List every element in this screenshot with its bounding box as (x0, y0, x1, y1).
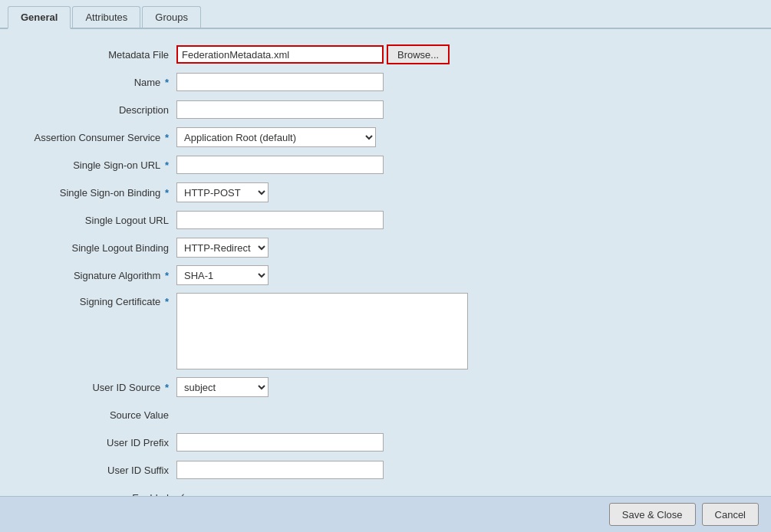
user-id-suffix-label: User ID Suffix (23, 465, 176, 476)
tab-groups[interactable]: Groups (142, 6, 201, 28)
logout-binding-label: Single Logout Binding (23, 242, 176, 254)
sig-algo-required: * (162, 270, 169, 281)
sso-binding-row: Single Sign-on Binding * HTTP-POST HTTP-… (23, 182, 748, 202)
user-id-suffix-input[interactable] (176, 461, 384, 479)
signing-cert-row: Signing Certificate * (23, 293, 748, 369)
browse-button[interactable]: Browse... (387, 44, 450, 64)
tab-general[interactable]: General (8, 6, 71, 29)
description-input[interactable] (176, 100, 384, 119)
logout-binding-select[interactable]: HTTP-Redirect HTTP-POST (176, 238, 269, 258)
name-required: * (162, 77, 169, 88)
name-input[interactable] (176, 73, 384, 91)
assertion-required: * (162, 132, 169, 143)
user-id-prefix-label: User ID Prefix (23, 437, 176, 448)
name-label: Name * (23, 77, 176, 88)
metadata-file-label: Metadata File (23, 49, 176, 61)
main-window: General Attributes Groups Metadata File … (0, 0, 771, 532)
source-value-row: Source Value (23, 405, 748, 425)
user-id-source-label: User ID Source * (23, 382, 176, 393)
form-content: Metadata File Browse... Name * Descripti… (0, 29, 771, 496)
enabled-row: Enabled ✓ (23, 488, 748, 496)
signature-algorithm-row: Signature Algorithm * SHA-1 SHA-256 SHA-… (23, 265, 748, 285)
logout-url-row: Single Logout URL (23, 210, 748, 230)
assertion-consumer-row: Assertion Consumer Service * Application… (23, 127, 748, 147)
user-id-prefix-input[interactable] (176, 433, 384, 452)
user-id-source-required: * (162, 382, 169, 393)
tab-bar: General Attributes Groups (0, 0, 771, 29)
signature-algorithm-label: Signature Algorithm * (23, 270, 176, 281)
save-close-button[interactable]: Save & Close (609, 503, 696, 526)
user-id-prefix-row: User ID Prefix (23, 432, 748, 452)
metadata-file-input[interactable] (176, 45, 384, 64)
user-id-suffix-row: User ID Suffix (23, 460, 748, 480)
name-row: Name * (23, 72, 748, 92)
sso-url-row: Single Sign-on URL * (23, 155, 748, 175)
logout-binding-row: Single Logout Binding HTTP-Redirect HTTP… (23, 238, 748, 258)
user-id-source-select[interactable]: subject attribute (176, 377, 269, 397)
footer-bar: Save & Close Cancel (0, 496, 771, 532)
sso-url-input[interactable] (176, 156, 384, 174)
logout-url-input[interactable] (176, 211, 384, 229)
signing-cert-required: * (162, 296, 169, 307)
source-value-label: Source Value (23, 409, 176, 421)
tab-attributes[interactable]: Attributes (72, 6, 140, 28)
logout-url-label: Single Logout URL (23, 215, 176, 226)
description-label: Description (23, 104, 176, 116)
metadata-file-row: Metadata File Browse... (23, 44, 748, 64)
user-id-source-row: User ID Source * subject attribute (23, 377, 748, 397)
assertion-consumer-label: Assertion Consumer Service * (23, 132, 176, 143)
enabled-checkbox[interactable]: ✓ (176, 491, 186, 496)
sso-url-label: Single Sign-on URL * (23, 159, 176, 171)
signing-cert-textarea[interactable] (176, 293, 468, 369)
sso-binding-select[interactable]: HTTP-POST HTTP-Redirect (176, 182, 269, 202)
signing-cert-label: Signing Certificate * (23, 293, 176, 307)
assertion-consumer-select[interactable]: Application Root (default) Other (176, 127, 376, 147)
sso-binding-label: Single Sign-on Binding * (23, 187, 176, 199)
sso-url-required: * (162, 159, 169, 171)
signature-algorithm-select[interactable]: SHA-1 SHA-256 SHA-512 (176, 265, 269, 285)
sso-binding-required: * (162, 187, 169, 199)
description-row: Description (23, 100, 748, 120)
cancel-button[interactable]: Cancel (702, 503, 759, 526)
